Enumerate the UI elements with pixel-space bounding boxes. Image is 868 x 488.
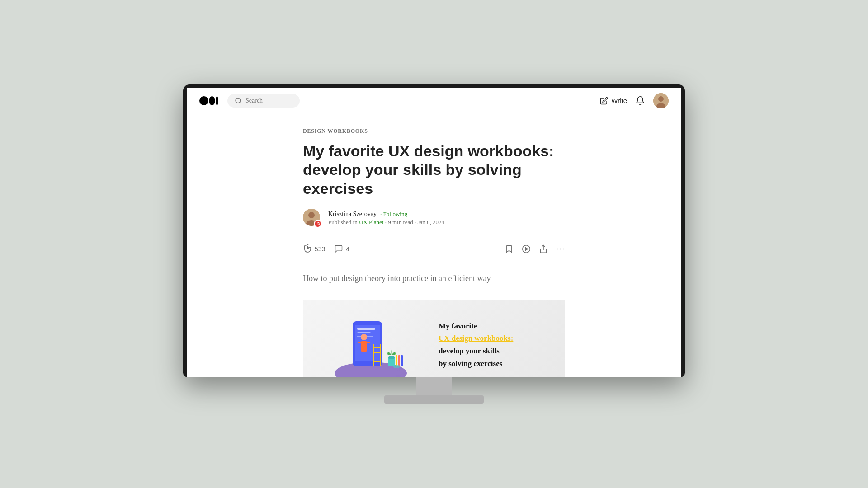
cover-illustration-container: My favorite UX design workbooks: develop… xyxy=(303,300,565,377)
article-subtitle: How to put design theory into practice i… xyxy=(303,272,565,285)
svg-point-0 xyxy=(199,96,208,105)
more-icon xyxy=(556,244,565,253)
svg-rect-32 xyxy=(373,361,381,362)
illustration-graphic xyxy=(321,303,420,377)
svg-rect-28 xyxy=(380,344,381,366)
avatar-image xyxy=(653,93,669,108)
publication-link[interactable]: UX Planet xyxy=(359,219,384,225)
svg-rect-29 xyxy=(373,347,381,348)
illustration-svg xyxy=(321,303,420,377)
svg-rect-37 xyxy=(401,355,403,366)
svg-point-1 xyxy=(209,96,215,105)
cover-text: My favorite UX design workbooks: develop… xyxy=(439,321,513,369)
monitor-stand-base xyxy=(384,395,484,404)
action-right-group xyxy=(505,244,565,253)
svg-point-2 xyxy=(216,96,218,105)
author-section: UX Krisztina Szerovay · Following Publis… xyxy=(303,209,565,228)
read-time: 9 min read xyxy=(388,219,413,225)
comment-icon xyxy=(334,244,343,253)
published-in-label: Published in xyxy=(328,219,358,225)
medium-logo[interactable] xyxy=(199,95,218,106)
bookmark-icon xyxy=(505,244,514,253)
author-name[interactable]: Krisztina Szerovay xyxy=(328,211,377,218)
cover-pre-title: My favorite xyxy=(439,321,513,332)
clap-icon xyxy=(303,244,312,253)
following-indicator: · Following xyxy=(380,211,407,218)
search-bar[interactable]: Search xyxy=(227,94,300,108)
svg-point-34 xyxy=(388,356,395,359)
navbar-left: Search xyxy=(199,94,300,108)
ux-publication-badge: UX xyxy=(314,220,322,228)
search-placeholder: Search xyxy=(245,97,263,104)
svg-point-14 xyxy=(557,249,559,250)
article-title: My favorite UX design workbooks: develop… xyxy=(303,142,556,198)
write-icon xyxy=(600,97,608,105)
clap-count: 533 xyxy=(315,245,325,253)
svg-rect-36 xyxy=(398,355,400,366)
svg-rect-21 xyxy=(357,332,371,333)
svg-rect-30 xyxy=(373,352,381,353)
publish-date: Jan 8, 2024 xyxy=(418,219,445,225)
svg-point-3 xyxy=(236,98,241,103)
article-cover-image: My favorite UX design workbooks: develop… xyxy=(303,300,565,377)
svg-point-6 xyxy=(658,96,664,102)
author-details: Published in UX Planet · 9 min read · Ja… xyxy=(328,219,444,226)
clap-button[interactable]: 533 xyxy=(303,244,325,253)
content-area: DESIGN WORKBOOKS My favorite UX design w… xyxy=(187,113,681,377)
play-icon xyxy=(522,244,531,253)
listen-button[interactable] xyxy=(522,244,531,253)
comment-count: 4 xyxy=(346,245,349,253)
svg-point-15 xyxy=(560,249,561,250)
action-left-group: 533 4 xyxy=(303,244,349,253)
notifications-icon[interactable] xyxy=(635,96,645,106)
svg-rect-31 xyxy=(373,357,381,357)
comment-button[interactable]: 4 xyxy=(334,244,349,253)
author-meta: Krisztina Szerovay · Following Published… xyxy=(328,211,444,226)
author-name-row: Krisztina Szerovay · Following xyxy=(328,211,444,218)
share-icon xyxy=(539,244,548,253)
cover-title-rest: develop your skills xyxy=(439,346,513,357)
svg-rect-25 xyxy=(358,342,362,343)
svg-point-16 xyxy=(563,249,564,250)
write-button[interactable]: Write xyxy=(600,97,627,105)
more-options-button[interactable] xyxy=(556,244,565,253)
svg-line-4 xyxy=(240,102,241,103)
article-category: DESIGN WORKBOOKS xyxy=(303,128,565,135)
svg-rect-24 xyxy=(361,341,367,352)
author-avatar-wrapper: UX xyxy=(303,209,322,228)
monitor-stand-neck xyxy=(416,377,452,395)
action-bar: 533 4 xyxy=(303,239,565,259)
bookmark-button[interactable] xyxy=(505,244,514,253)
svg-rect-19 xyxy=(355,325,380,361)
cover-highlight-title: UX design workbooks: xyxy=(439,333,513,344)
svg-point-23 xyxy=(361,334,367,340)
search-icon xyxy=(235,97,242,104)
svg-point-38 xyxy=(393,365,400,368)
cover-title-last: by solving exercises xyxy=(439,358,513,369)
share-button[interactable] xyxy=(539,244,548,253)
navbar: Search Write xyxy=(187,88,681,113)
svg-point-9 xyxy=(308,212,315,218)
svg-marker-12 xyxy=(525,248,528,251)
user-avatar[interactable] xyxy=(653,93,669,108)
navbar-right: Write xyxy=(600,93,669,108)
svg-rect-27 xyxy=(373,344,374,366)
svg-rect-26 xyxy=(367,342,370,343)
svg-rect-20 xyxy=(357,328,375,330)
write-label: Write xyxy=(611,97,627,104)
article-content: DESIGN WORKBOOKS My favorite UX design w… xyxy=(258,113,610,377)
